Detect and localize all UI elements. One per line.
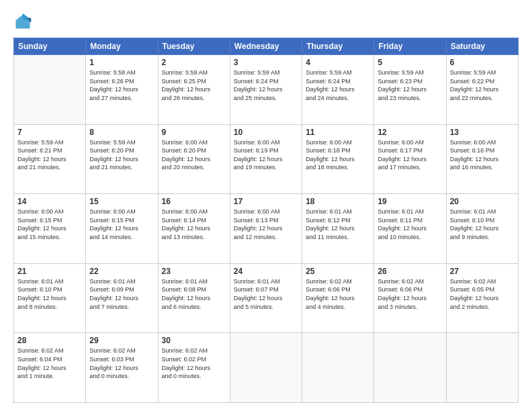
calendar-cell: 9Sunrise: 6:00 AM Sunset: 6:20 PM Daylig… [158,124,230,194]
calendar-cell [302,333,374,403]
day-info: Sunrise: 5:59 AM Sunset: 6:22 PM Dayligh… [450,68,515,102]
day-info: Sunrise: 6:00 AM Sunset: 6:16 PM Dayligh… [450,138,515,172]
day-info: Sunrise: 6:01 AM Sunset: 6:09 PM Dayligh… [89,277,154,311]
day-number: 13 [450,128,515,137]
day-number: 27 [450,267,515,276]
calendar-table: SundayMondayTuesdayWednesdayThursdayFrid… [13,38,519,403]
calendar-cell: 5Sunrise: 5:59 AM Sunset: 6:23 PM Daylig… [374,55,446,125]
calendar-cell: 17Sunrise: 6:00 AM Sunset: 6:13 PM Dayli… [230,194,302,264]
day-number: 26 [378,267,442,276]
day-info: Sunrise: 6:00 AM Sunset: 6:15 PM Dayligh… [89,208,154,241]
calendar-weekday-wednesday: Wednesday [230,38,302,55]
calendar-week-row-1: 7Sunrise: 5:59 AM Sunset: 6:21 PM Daylig… [14,124,519,194]
logo-icon [13,12,32,31]
calendar-cell: 20Sunrise: 6:01 AM Sunset: 6:10 PM Dayli… [446,194,518,264]
calendar-header-row: SundayMondayTuesdayWednesdayThursdayFrid… [14,38,519,55]
day-info: Sunrise: 6:01 AM Sunset: 6:11 PM Dayligh… [378,208,442,241]
day-info: Sunrise: 6:02 AM Sunset: 6:06 PM Dayligh… [378,277,442,311]
day-info: Sunrise: 6:01 AM Sunset: 6:10 PM Dayligh… [17,277,82,311]
day-number: 30 [162,336,226,345]
calendar-cell: 12Sunrise: 6:00 AM Sunset: 6:17 PM Dayli… [374,124,446,194]
calendar-cell: 6Sunrise: 5:59 AM Sunset: 6:22 PM Daylig… [446,55,518,125]
day-number: 16 [162,197,226,206]
day-info: Sunrise: 6:02 AM Sunset: 6:03 PM Dayligh… [89,347,154,380]
day-info: Sunrise: 5:59 AM Sunset: 6:25 PM Dayligh… [162,68,226,102]
calendar-weekday-sunday: Sunday [14,38,86,55]
day-info: Sunrise: 6:00 AM Sunset: 6:18 PM Dayligh… [306,138,370,172]
calendar-cell: 25Sunrise: 6:02 AM Sunset: 6:06 PM Dayli… [302,263,374,333]
calendar-cell [374,333,446,403]
calendar-weekday-tuesday: Tuesday [158,38,230,55]
day-info: Sunrise: 6:00 AM Sunset: 6:20 PM Dayligh… [162,138,226,172]
day-number: 3 [234,58,298,67]
calendar-cell [230,333,302,403]
day-info: Sunrise: 6:02 AM Sunset: 6:06 PM Dayligh… [306,277,370,311]
calendar-cell: 24Sunrise: 6:01 AM Sunset: 6:07 PM Dayli… [230,263,302,333]
day-number: 21 [17,267,82,276]
day-info: Sunrise: 6:00 AM Sunset: 6:13 PM Dayligh… [234,208,298,241]
calendar-cell: 8Sunrise: 5:59 AM Sunset: 6:20 PM Daylig… [86,124,158,194]
calendar-weekday-thursday: Thursday [302,38,374,55]
day-number: 7 [17,128,82,137]
header [13,12,519,31]
day-info: Sunrise: 6:00 AM Sunset: 6:17 PM Dayligh… [378,138,442,172]
day-info: Sunrise: 5:59 AM Sunset: 6:20 PM Dayligh… [89,138,154,172]
calendar-cell: 3Sunrise: 5:59 AM Sunset: 6:24 PM Daylig… [230,55,302,125]
day-info: Sunrise: 6:00 AM Sunset: 6:14 PM Dayligh… [162,208,226,241]
day-number: 2 [162,58,226,67]
calendar-cell: 22Sunrise: 6:01 AM Sunset: 6:09 PM Dayli… [86,263,158,333]
calendar-weekday-saturday: Saturday [446,38,518,55]
day-info: Sunrise: 6:00 AM Sunset: 6:15 PM Dayligh… [17,208,82,241]
calendar-week-row-2: 14Sunrise: 6:00 AM Sunset: 6:15 PM Dayli… [14,194,519,264]
day-number: 15 [89,197,154,206]
day-info: Sunrise: 5:59 AM Sunset: 6:23 PM Dayligh… [378,68,442,102]
day-number: 24 [234,267,298,276]
day-info: Sunrise: 5:59 AM Sunset: 6:24 PM Dayligh… [234,68,298,102]
day-info: Sunrise: 6:01 AM Sunset: 6:07 PM Dayligh… [234,277,298,311]
day-number: 20 [450,197,515,206]
calendar-cell: 14Sunrise: 6:00 AM Sunset: 6:15 PM Dayli… [14,194,86,264]
calendar-cell [14,55,86,125]
day-info: Sunrise: 6:01 AM Sunset: 6:08 PM Dayligh… [162,277,226,311]
day-info: Sunrise: 6:01 AM Sunset: 6:12 PM Dayligh… [306,208,370,241]
day-number: 18 [306,197,370,206]
day-info: Sunrise: 6:02 AM Sunset: 6:02 PM Dayligh… [162,347,226,380]
day-number: 23 [162,267,226,276]
day-info: Sunrise: 6:00 AM Sunset: 6:19 PM Dayligh… [234,138,298,172]
day-info: Sunrise: 5:59 AM Sunset: 6:24 PM Dayligh… [306,68,370,102]
day-number: 10 [234,128,298,137]
day-number: 6 [450,58,515,67]
calendar-weekday-monday: Monday [86,38,158,55]
day-number: 17 [234,197,298,206]
calendar-cell: 26Sunrise: 6:02 AM Sunset: 6:06 PM Dayli… [374,263,446,333]
calendar-cell: 19Sunrise: 6:01 AM Sunset: 6:11 PM Dayli… [374,194,446,264]
day-info: Sunrise: 6:02 AM Sunset: 6:05 PM Dayligh… [450,277,515,311]
calendar-cell: 1Sunrise: 5:58 AM Sunset: 6:26 PM Daylig… [86,55,158,125]
day-number: 5 [378,58,442,67]
day-number: 11 [306,128,370,137]
page: SundayMondayTuesdayWednesdayThursdayFrid… [0,0,532,411]
day-number: 22 [89,267,154,276]
day-number: 14 [17,197,82,206]
calendar-cell: 13Sunrise: 6:00 AM Sunset: 6:16 PM Dayli… [446,124,518,194]
calendar-cell: 23Sunrise: 6:01 AM Sunset: 6:08 PM Dayli… [158,263,230,333]
calendar-cell: 15Sunrise: 6:00 AM Sunset: 6:15 PM Dayli… [86,194,158,264]
calendar-cell: 28Sunrise: 6:02 AM Sunset: 6:04 PM Dayli… [14,333,86,403]
calendar-cell: 18Sunrise: 6:01 AM Sunset: 6:12 PM Dayli… [302,194,374,264]
calendar-cell: 11Sunrise: 6:00 AM Sunset: 6:18 PM Dayli… [302,124,374,194]
calendar-week-row-3: 21Sunrise: 6:01 AM Sunset: 6:10 PM Dayli… [14,263,519,333]
day-number: 28 [17,336,82,345]
day-number: 4 [306,58,370,67]
day-number: 29 [89,336,154,345]
calendar-cell [446,333,518,403]
day-number: 9 [162,128,226,137]
calendar-cell: 30Sunrise: 6:02 AM Sunset: 6:02 PM Dayli… [158,333,230,403]
day-info: Sunrise: 5:59 AM Sunset: 6:21 PM Dayligh… [17,138,82,172]
calendar-cell: 29Sunrise: 6:02 AM Sunset: 6:03 PM Dayli… [86,333,158,403]
day-info: Sunrise: 6:02 AM Sunset: 6:04 PM Dayligh… [17,347,82,380]
day-number: 8 [89,128,154,137]
calendar-cell: 10Sunrise: 6:00 AM Sunset: 6:19 PM Dayli… [230,124,302,194]
day-number: 25 [306,267,370,276]
day-number: 1 [89,58,154,67]
calendar-cell: 21Sunrise: 6:01 AM Sunset: 6:10 PM Dayli… [14,263,86,333]
